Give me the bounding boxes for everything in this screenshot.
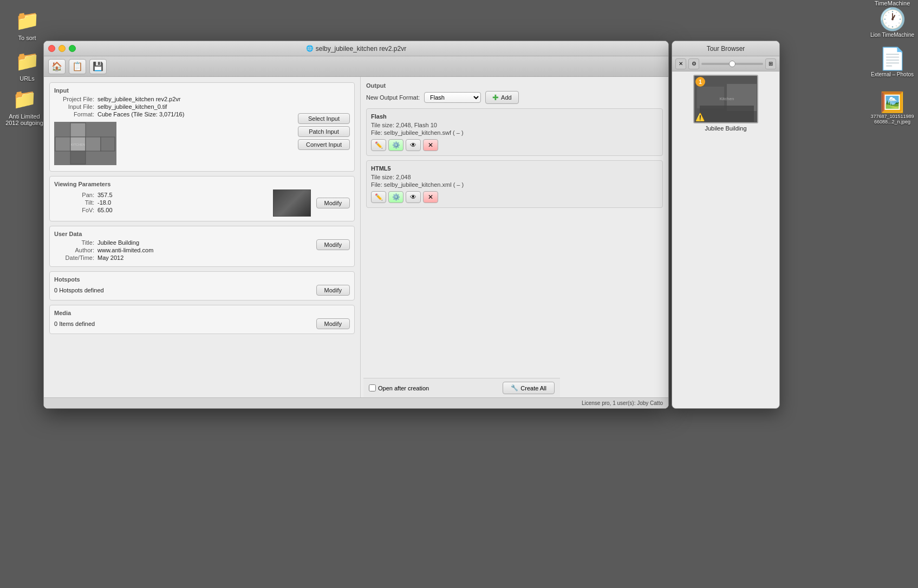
folder-icon: 📁: [11, 86, 37, 112]
project-file-row: Project File: selby_jubilee_kitchen rev2…: [54, 96, 292, 102]
main-window: 🌐 selby_jubilee_kitchen rev2.p2vr 🏠 📋 💾 …: [43, 41, 669, 409]
traffic-lights: [48, 45, 76, 52]
datetime-label: Date/Time:: [54, 254, 97, 261]
hotspots-content: 0 Hotspots defined Modify: [54, 285, 350, 296]
new-format-label: New Output Format:: [366, 94, 420, 101]
input-info: Project File: selby_jubilee_kitchen rev2…: [54, 96, 292, 167]
jpeg-file-icon-group[interactable]: 🖼️ 377687_10151198966088...2_n.jpeg: [869, 91, 915, 125]
html5-format-name: HTML5: [371, 165, 658, 172]
external-photos-icon-group[interactable]: 📄 External – Photos: [871, 46, 914, 77]
hotspots-value: 0 Hotspots defined: [54, 287, 104, 293]
svg-rect-11: [700, 106, 754, 122]
user-data-content: Title: Jubilee Building Author: www.anti…: [54, 239, 350, 262]
status-text: License pro, 1 user(s): Joby Catto: [582, 400, 663, 406]
viewing-params-modify-button[interactable]: Modify: [316, 198, 350, 208]
folder-icon: 📁: [14, 8, 40, 34]
tour-browser-header: Tour Browser: [672, 41, 779, 56]
flash-preview-button[interactable]: 👁: [406, 139, 421, 151]
user-data-modify-button[interactable]: Modify: [316, 239, 350, 250]
tilt-label: Tilt:: [54, 199, 97, 206]
view-preview: [273, 190, 311, 217]
external-photos-label: External – Photos: [871, 71, 914, 77]
html5-settings-button[interactable]: ⚙️: [388, 191, 403, 203]
svg-text:KITCHEN: KITCHEN: [71, 143, 85, 146]
home-button[interactable]: 🏠: [48, 59, 66, 74]
author-row: Author: www.anti-limited.com: [54, 247, 311, 253]
html5-delete-button[interactable]: ✕: [423, 191, 438, 203]
html5-format-actions: ✏️ ⚙️ 👁 ✕: [371, 191, 658, 203]
flash-format-box: Flash Tile size: 2,048, Flash 10 File: s…: [366, 108, 663, 156]
svg-text:Kitchen: Kitchen: [720, 96, 734, 101]
html5-edit-button[interactable]: ✏️: [371, 191, 386, 203]
flash-detail1: Tile size: 2,048, Flash 10: [371, 122, 658, 128]
tour-item[interactable]: Kitchen 1 ⚠️ Jubilee Building: [672, 71, 779, 135]
html5-format-box: HTML5 Tile size: 2,048 File: selby_jubil…: [366, 160, 663, 208]
cube-preview-container: KITCHEN: [54, 122, 292, 167]
tb-settings-button[interactable]: ⚙: [688, 58, 699, 69]
copy-button[interactable]: 📋: [69, 59, 86, 74]
open-after-checkbox[interactable]: [369, 384, 376, 391]
tilt-row: Tilt: -18.0: [54, 199, 268, 206]
select-input-button[interactable]: Select Input: [298, 113, 350, 124]
svg-rect-2: [55, 137, 70, 151]
output-title: Output: [366, 82, 663, 89]
view-fields: Pan: 357.5 Tilt: -18.0 FoV: 65.00: [54, 192, 268, 214]
tour-thumbnail: Kitchen 1 ⚠️: [693, 75, 758, 123]
flash-format-actions: ✏️ ⚙️ 👁 ✕: [371, 139, 658, 151]
main-content: Input Project File: selby_jubilee_kitche…: [44, 77, 668, 408]
fov-label: FoV:: [54, 207, 97, 213]
hotspots-title: Hotspots: [54, 276, 350, 283]
convert-input-button[interactable]: Convert Input: [298, 139, 350, 150]
flash-settings-button[interactable]: ⚙️: [388, 139, 403, 151]
right-sidebar: TimeMachine 🕐 Lion TimeMachine 📄 Externa…: [869, 0, 915, 125]
tb-close-button[interactable]: ✕: [675, 58, 686, 69]
media-content: 0 Items defined Modify: [54, 318, 350, 329]
tb-zoom-button[interactable]: ⊞: [765, 58, 776, 69]
folder-icon: 📁: [14, 48, 40, 74]
pan-row: Pan: 357.5: [54, 192, 268, 198]
save-button[interactable]: 💾: [89, 59, 107, 74]
pan-label: Pan:: [54, 192, 97, 198]
user-data-title: User Data: [54, 231, 350, 237]
add-format-button[interactable]: ✚ Add: [485, 91, 519, 104]
author-label: Author:: [54, 247, 97, 253]
hotspots-modify-button[interactable]: Modify: [316, 285, 350, 296]
media-value: 0 Items defined: [54, 321, 95, 327]
flash-edit-button[interactable]: ✏️: [371, 139, 386, 151]
svg-rect-4: [86, 137, 101, 151]
patch-input-button[interactable]: Patch Input: [298, 126, 350, 137]
format-select[interactable]: Flash HTML5 QuickTime VR: [424, 92, 481, 103]
pan-value: 357.5: [97, 192, 113, 198]
open-after-text: Open after creation: [378, 385, 429, 391]
title-row: Title: Jubilee Building: [54, 239, 311, 246]
zoom-slider[interactable]: [701, 63, 763, 65]
open-after-label[interactable]: Open after creation: [369, 384, 429, 391]
desktop-icon-label: URLs: [19, 75, 35, 82]
tour-item-label: Jubilee Building: [705, 125, 746, 132]
desktop-icon-to-sort[interactable]: 📁 To sort: [5, 5, 49, 43]
viewing-params-content: Pan: 357.5 Tilt: -18.0 FoV: 65.00: [54, 190, 350, 217]
external-photos-icon: 📄: [879, 46, 906, 71]
svg-rect-5: [101, 137, 115, 151]
minimize-button[interactable]: [58, 45, 66, 52]
title-label: Title:: [54, 239, 97, 246]
datetime-row: Date/Time: May 2012: [54, 254, 311, 261]
create-all-icon: 🔧: [511, 384, 518, 391]
add-icon: ✚: [492, 93, 499, 102]
warning-icon: ⚠️: [695, 113, 705, 121]
close-button[interactable]: [48, 45, 55, 52]
desktop-icon-urls[interactable]: 📁 URLs: [5, 46, 49, 84]
viewing-params-section: Viewing Parameters Pan: 357.5 Tilt: -18.…: [49, 176, 355, 221]
html5-preview-button[interactable]: 👁: [406, 191, 421, 203]
html5-detail2: File: selby_jubilee_kitchen.xml ( – ): [371, 181, 658, 188]
flash-delete-button[interactable]: ✕: [423, 139, 438, 151]
create-all-label: Create All: [520, 385, 546, 391]
maximize-button[interactable]: [69, 45, 76, 52]
jpeg-file-icon: 🖼️: [880, 91, 904, 114]
desktop-icon-anti-limited[interactable]: 📁 Anti Limited 2012 outgoing: [0, 84, 49, 128]
add-label: Add: [501, 94, 512, 101]
timemachine-icon-group[interactable]: TimeMachine 🕐 Lion TimeMachine: [870, 0, 914, 38]
media-modify-button[interactable]: Modify: [316, 318, 350, 329]
window-title: selby_jubilee_kitchen rev2.p2vr: [316, 45, 406, 53]
create-all-button[interactable]: 🔧 Create All: [503, 382, 555, 394]
